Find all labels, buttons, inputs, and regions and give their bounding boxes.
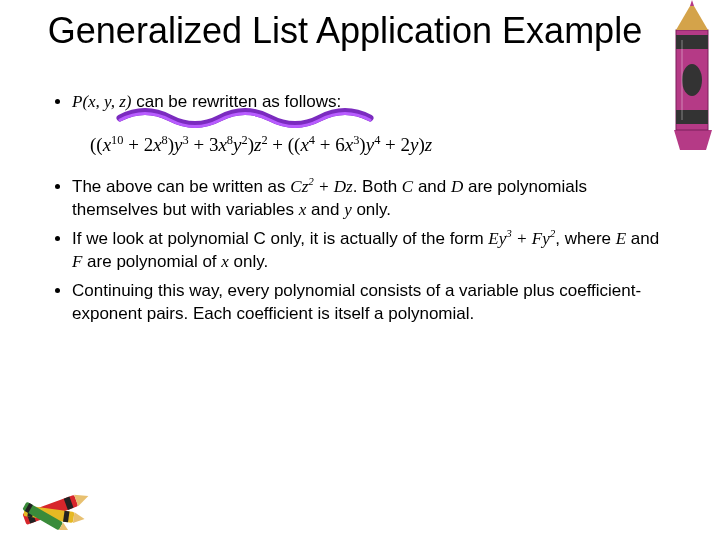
crayons-icon	[10, 470, 110, 530]
list-item: Continuing this way, every polynomial co…	[72, 280, 670, 326]
svg-marker-11	[88, 495, 92, 496]
svg-marker-15	[73, 512, 85, 524]
list-item: The above can be written as Cz2 + Dz. Bo…	[72, 176, 670, 222]
svg-rect-3	[676, 35, 708, 49]
svg-point-5	[682, 64, 702, 96]
svg-marker-0	[674, 130, 712, 150]
svg-marker-7	[690, 0, 694, 6]
decorative-swirl	[115, 100, 375, 130]
svg-marker-6	[676, 6, 708, 30]
crayon-icon	[660, 0, 720, 150]
formula-display: ((x10 + 2x8)y3 + 3x8y2)z2 + ((x4 + 6x3)y…	[90, 132, 670, 158]
svg-rect-4	[676, 110, 708, 124]
slide-title: Generalized List Application Example	[0, 0, 720, 51]
list-item: If we look at polynomial C only, it is a…	[72, 228, 670, 274]
